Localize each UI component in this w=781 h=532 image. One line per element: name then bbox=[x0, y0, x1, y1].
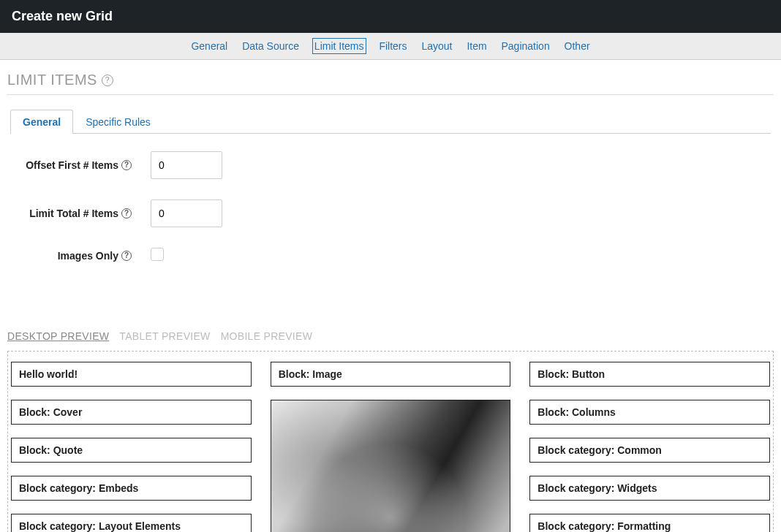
nav-pagination[interactable]: Pagination bbox=[500, 39, 551, 53]
divider bbox=[7, 94, 774, 95]
checkbox-images-only[interactable] bbox=[151, 248, 164, 261]
label-limit: Limit Total # Items ? bbox=[15, 208, 132, 219]
preview-grid: Hello world! Block: Cover Block: Quote B… bbox=[8, 362, 773, 532]
preview-area: Hello world! Block: Cover Block: Quote B… bbox=[7, 351, 774, 532]
preview-tab-desktop[interactable]: DESKTOP PREVIEW bbox=[7, 330, 109, 342]
nav-item[interactable]: Item bbox=[465, 39, 488, 53]
nav-general[interactable]: General bbox=[189, 39, 229, 53]
help-icon[interactable]: ? bbox=[102, 75, 113, 86]
grid-col-2: Block: Image Block: Gallery bbox=[271, 362, 511, 532]
preview-tab-mobile[interactable]: MOBILE PREVIEW bbox=[221, 330, 313, 342]
preview-tab-tablet[interactable]: TABLET PREVIEW bbox=[119, 330, 210, 342]
label-images-only-text: Images Only bbox=[58, 250, 118, 262]
grid-card[interactable]: Block: Cover bbox=[11, 400, 252, 425]
grid-card[interactable]: Block category: Common bbox=[529, 438, 770, 463]
grid-card[interactable]: Block: Button bbox=[529, 362, 770, 387]
grid-card[interactable]: Hello world! bbox=[11, 362, 252, 387]
row-offset: Offset First # Items ? bbox=[15, 151, 766, 179]
label-offset-text: Offset First # Items bbox=[26, 159, 118, 171]
nav-layout[interactable]: Layout bbox=[420, 39, 453, 53]
grid-card[interactable]: Block category: Embeds bbox=[11, 476, 252, 501]
label-offset: Offset First # Items ? bbox=[15, 159, 132, 171]
help-icon[interactable]: ? bbox=[121, 160, 132, 170]
row-images-only: Images Only ? bbox=[15, 248, 766, 263]
section-title-text: LIMIT ITEMS bbox=[7, 72, 97, 88]
section-tabs: General Specific Rules bbox=[10, 110, 771, 134]
help-icon[interactable]: ? bbox=[121, 208, 132, 218]
nav-data-source[interactable]: Data Source bbox=[241, 39, 301, 53]
page-title: Create new Grid bbox=[12, 9, 113, 23]
grid-col-3: Block: Button Block: Columns Block categ… bbox=[529, 362, 770, 532]
label-limit-text: Limit Total # Items bbox=[29, 208, 118, 219]
nav-filters[interactable]: Filters bbox=[377, 39, 408, 53]
tab-specific-rules[interactable]: Specific Rules bbox=[73, 110, 163, 134]
grid-card[interactable]: Block category: Widgets bbox=[529, 476, 770, 501]
input-limit[interactable] bbox=[151, 200, 222, 227]
label-images-only: Images Only ? bbox=[15, 250, 132, 262]
page-header: Create new Grid bbox=[0, 0, 781, 33]
main-nav: General Data Source Limit Items Filters … bbox=[0, 33, 781, 60]
help-icon[interactable]: ? bbox=[121, 251, 132, 261]
grid-card[interactable]: Block category: Layout Elements bbox=[11, 514, 252, 532]
preview-image bbox=[271, 400, 510, 532]
nav-other[interactable]: Other bbox=[563, 39, 592, 53]
grid-card[interactable]: Block: Quote bbox=[11, 438, 252, 463]
grid-col-1: Hello world! Block: Cover Block: Quote B… bbox=[11, 362, 252, 532]
grid-card[interactable]: Block: Columns bbox=[529, 400, 770, 425]
grid-card[interactable]: Block: Image bbox=[271, 362, 511, 387]
row-limit: Limit Total # Items ? bbox=[15, 200, 766, 227]
input-offset[interactable] bbox=[151, 151, 222, 179]
form-area: Offset First # Items ? Limit Total # Ite… bbox=[0, 134, 781, 301]
tab-general[interactable]: General bbox=[10, 110, 73, 134]
section-title: LIMIT ITEMS ? bbox=[7, 72, 774, 88]
grid-card[interactable]: Block category: Formatting bbox=[529, 514, 770, 532]
nav-limit-items[interactable]: Limit Items bbox=[312, 38, 366, 54]
preview-tabs: DESKTOP PREVIEW TABLET PREVIEW MOBILE PR… bbox=[7, 330, 774, 342]
grid-image-card[interactable]: Block: Gallery bbox=[271, 400, 511, 532]
